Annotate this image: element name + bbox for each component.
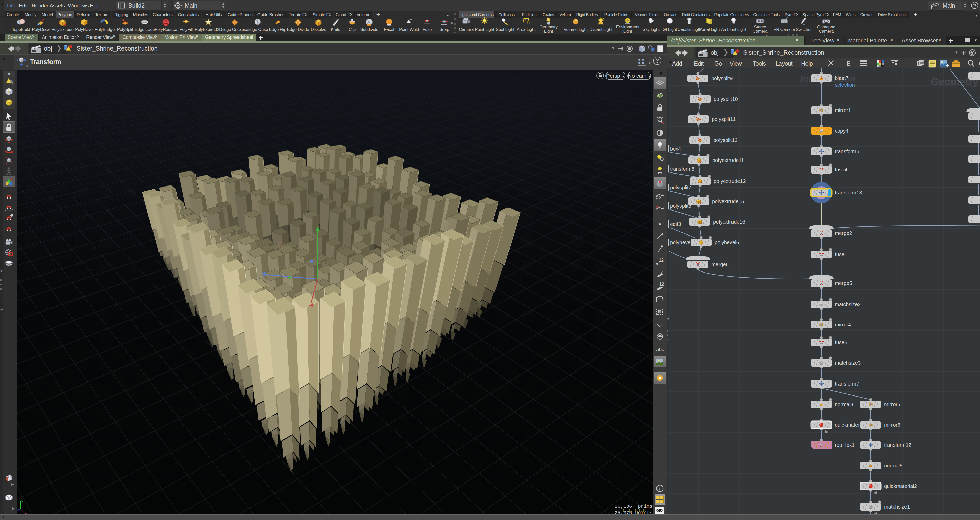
svg-text:fuse4: fuse4 <box>835 167 847 172</box>
svg-text:mirror5: mirror5 <box>884 402 900 407</box>
svg-text:polyextrude15: polyextrude15 <box>712 199 744 204</box>
svg-text:abc: abc <box>656 347 664 352</box>
svg-text:12: 12 <box>659 258 663 262</box>
svg-text:FBX: FBX <box>820 446 823 447</box>
svg-text:polyextrude16: polyextrude16 <box>713 219 745 224</box>
svg-text:polysplit7: polysplit7 <box>670 185 691 190</box>
svg-text:mirror4: mirror4 <box>835 322 851 328</box>
svg-text:polysplit9: polysplit9 <box>711 76 732 81</box>
svg-text:selection: selection <box>835 82 855 88</box>
svg-text:normal5: normal5 <box>884 463 902 469</box>
svg-text:merge5: merge5 <box>835 280 852 286</box>
svg-text:polybevel6: polybevel6 <box>715 240 739 245</box>
svg-text:mirror6: mirror6 <box>884 422 900 428</box>
svg-text:merge6: merge6 <box>711 262 729 267</box>
svg-text:box4: box4 <box>670 146 681 151</box>
svg-text:copy4: copy4 <box>835 128 848 134</box>
svg-text:merge2: merge2 <box>835 231 852 236</box>
svg-text:matchsize2: matchsize2 <box>835 302 861 307</box>
svg-text:matchsize3: matchsize3 <box>835 360 861 366</box>
svg-text:polyextrude11: polyextrude11 <box>712 157 744 163</box>
svg-text:transform8: transform8 <box>670 166 695 172</box>
svg-text:transform12: transform12 <box>884 442 912 448</box>
svg-text:polysplit8: polysplit8 <box>670 203 691 209</box>
svg-text:matchsize1: matchsize1 <box>884 504 910 509</box>
svg-text:transform7: transform7 <box>835 381 859 386</box>
svg-text:mirror1: mirror1 <box>835 107 851 113</box>
svg-text:y: y <box>21 499 24 503</box>
svg-text:blast7: blast7 <box>835 75 848 81</box>
svg-text:polysplit11: polysplit11 <box>712 116 736 122</box>
svg-text:fuse1: fuse1 <box>835 251 847 257</box>
svg-text:polysplit12: polysplit12 <box>713 137 738 143</box>
svg-text:fuse5: fuse5 <box>835 340 847 345</box>
svg-text:edit3: edit3 <box>670 221 681 227</box>
svg-text:12: 12 <box>659 282 664 286</box>
svg-text:polyextrude12: polyextrude12 <box>714 178 746 184</box>
svg-text:polysplit10: polysplit10 <box>714 96 738 102</box>
svg-text:quickmaterial2: quickmaterial2 <box>884 483 917 489</box>
svg-text:transform13: transform13 <box>835 190 862 196</box>
svg-text:i: i <box>659 486 660 491</box>
svg-text:rop_fbx1: rop_fbx1 <box>835 442 855 448</box>
svg-text:normal3: normal3 <box>835 402 853 407</box>
svg-text:transform5: transform5 <box>835 148 859 154</box>
